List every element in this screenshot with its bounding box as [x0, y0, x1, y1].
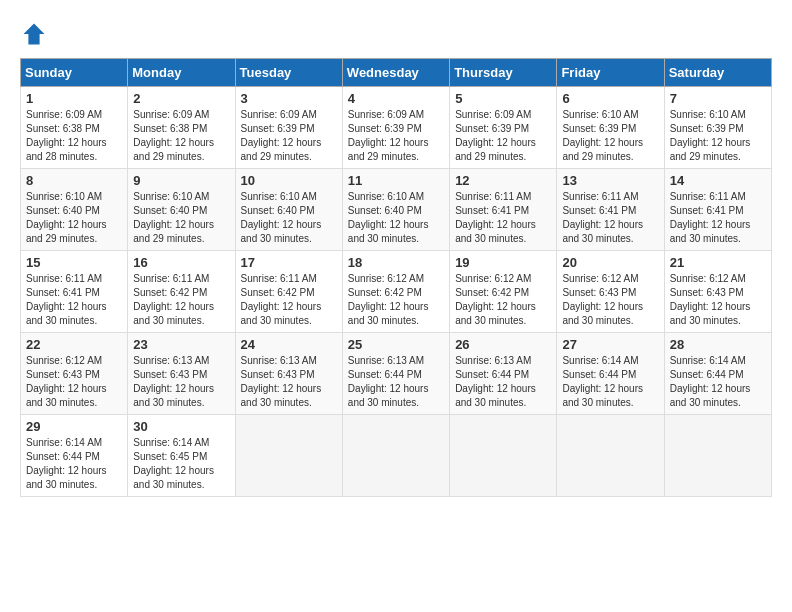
cell-info: Sunrise: 6:13 AMSunset: 6:44 PMDaylight:…: [455, 354, 551, 410]
cell-info: Sunrise: 6:10 AMSunset: 6:40 PMDaylight:…: [348, 190, 444, 246]
day-number: 22: [26, 337, 122, 352]
cell-info: Sunrise: 6:09 AMSunset: 6:39 PMDaylight:…: [241, 108, 337, 164]
day-of-week-header: Thursday: [450, 59, 557, 87]
cell-info: Sunrise: 6:11 AMSunset: 6:41 PMDaylight:…: [670, 190, 766, 246]
calendar-cell: 28Sunrise: 6:14 AMSunset: 6:44 PMDayligh…: [664, 333, 771, 415]
calendar-cell: 18Sunrise: 6:12 AMSunset: 6:42 PMDayligh…: [342, 251, 449, 333]
calendar-week-row: 1Sunrise: 6:09 AMSunset: 6:38 PMDaylight…: [21, 87, 772, 169]
calendar-cell: 6Sunrise: 6:10 AMSunset: 6:39 PMDaylight…: [557, 87, 664, 169]
day-number: 6: [562, 91, 658, 106]
calendar-cell: 1Sunrise: 6:09 AMSunset: 6:38 PMDaylight…: [21, 87, 128, 169]
calendar-cell: 10Sunrise: 6:10 AMSunset: 6:40 PMDayligh…: [235, 169, 342, 251]
day-number: 24: [241, 337, 337, 352]
day-number: 4: [348, 91, 444, 106]
day-number: 3: [241, 91, 337, 106]
day-of-week-header: Saturday: [664, 59, 771, 87]
cell-info: Sunrise: 6:14 AMSunset: 6:45 PMDaylight:…: [133, 436, 229, 492]
cell-info: Sunrise: 6:10 AMSunset: 6:40 PMDaylight:…: [26, 190, 122, 246]
calendar-cell: 23Sunrise: 6:13 AMSunset: 6:43 PMDayligh…: [128, 333, 235, 415]
day-number: 10: [241, 173, 337, 188]
calendar-cell: [557, 415, 664, 497]
day-number: 26: [455, 337, 551, 352]
calendar-cell: [235, 415, 342, 497]
cell-info: Sunrise: 6:13 AMSunset: 6:43 PMDaylight:…: [241, 354, 337, 410]
day-number: 12: [455, 173, 551, 188]
day-number: 27: [562, 337, 658, 352]
day-number: 17: [241, 255, 337, 270]
day-number: 1: [26, 91, 122, 106]
cell-info: Sunrise: 6:09 AMSunset: 6:39 PMDaylight:…: [455, 108, 551, 164]
day-number: 21: [670, 255, 766, 270]
calendar-cell: 24Sunrise: 6:13 AMSunset: 6:43 PMDayligh…: [235, 333, 342, 415]
day-number: 20: [562, 255, 658, 270]
cell-info: Sunrise: 6:11 AMSunset: 6:41 PMDaylight:…: [455, 190, 551, 246]
page-header: [20, 20, 772, 48]
calendar-week-row: 22Sunrise: 6:12 AMSunset: 6:43 PMDayligh…: [21, 333, 772, 415]
cell-info: Sunrise: 6:11 AMSunset: 6:42 PMDaylight:…: [133, 272, 229, 328]
day-number: 16: [133, 255, 229, 270]
day-number: 8: [26, 173, 122, 188]
calendar-cell: 15Sunrise: 6:11 AMSunset: 6:41 PMDayligh…: [21, 251, 128, 333]
cell-info: Sunrise: 6:12 AMSunset: 6:42 PMDaylight:…: [455, 272, 551, 328]
day-number: 29: [26, 419, 122, 434]
cell-info: Sunrise: 6:09 AMSunset: 6:39 PMDaylight:…: [348, 108, 444, 164]
day-of-week-header: Wednesday: [342, 59, 449, 87]
day-of-week-header: Monday: [128, 59, 235, 87]
calendar-cell: 5Sunrise: 6:09 AMSunset: 6:39 PMDaylight…: [450, 87, 557, 169]
calendar-cell: 19Sunrise: 6:12 AMSunset: 6:42 PMDayligh…: [450, 251, 557, 333]
calendar-cell: 27Sunrise: 6:14 AMSunset: 6:44 PMDayligh…: [557, 333, 664, 415]
day-of-week-header: Sunday: [21, 59, 128, 87]
day-number: 23: [133, 337, 229, 352]
calendar-cell: 22Sunrise: 6:12 AMSunset: 6:43 PMDayligh…: [21, 333, 128, 415]
calendar-cell: 21Sunrise: 6:12 AMSunset: 6:43 PMDayligh…: [664, 251, 771, 333]
calendar-table: SundayMondayTuesdayWednesdayThursdayFrid…: [20, 58, 772, 497]
calendar-cell: 4Sunrise: 6:09 AMSunset: 6:39 PMDaylight…: [342, 87, 449, 169]
calendar-cell: [664, 415, 771, 497]
calendar-cell: 20Sunrise: 6:12 AMSunset: 6:43 PMDayligh…: [557, 251, 664, 333]
day-number: 9: [133, 173, 229, 188]
calendar-cell: [342, 415, 449, 497]
calendar-cell: [450, 415, 557, 497]
calendar-cell: 3Sunrise: 6:09 AMSunset: 6:39 PMDaylight…: [235, 87, 342, 169]
cell-info: Sunrise: 6:09 AMSunset: 6:38 PMDaylight:…: [133, 108, 229, 164]
calendar-header-row: SundayMondayTuesdayWednesdayThursdayFrid…: [21, 59, 772, 87]
calendar-week-row: 8Sunrise: 6:10 AMSunset: 6:40 PMDaylight…: [21, 169, 772, 251]
calendar-week-row: 15Sunrise: 6:11 AMSunset: 6:41 PMDayligh…: [21, 251, 772, 333]
calendar-cell: 17Sunrise: 6:11 AMSunset: 6:42 PMDayligh…: [235, 251, 342, 333]
cell-info: Sunrise: 6:12 AMSunset: 6:43 PMDaylight:…: [670, 272, 766, 328]
calendar-cell: 16Sunrise: 6:11 AMSunset: 6:42 PMDayligh…: [128, 251, 235, 333]
cell-info: Sunrise: 6:09 AMSunset: 6:38 PMDaylight:…: [26, 108, 122, 164]
calendar-cell: 26Sunrise: 6:13 AMSunset: 6:44 PMDayligh…: [450, 333, 557, 415]
day-number: 11: [348, 173, 444, 188]
svg-marker-0: [24, 24, 45, 45]
cell-info: Sunrise: 6:12 AMSunset: 6:42 PMDaylight:…: [348, 272, 444, 328]
calendar-cell: 29Sunrise: 6:14 AMSunset: 6:44 PMDayligh…: [21, 415, 128, 497]
logo-icon: [20, 20, 48, 48]
cell-info: Sunrise: 6:11 AMSunset: 6:42 PMDaylight:…: [241, 272, 337, 328]
calendar-cell: 30Sunrise: 6:14 AMSunset: 6:45 PMDayligh…: [128, 415, 235, 497]
cell-info: Sunrise: 6:10 AMSunset: 6:39 PMDaylight:…: [670, 108, 766, 164]
cell-info: Sunrise: 6:11 AMSunset: 6:41 PMDaylight:…: [26, 272, 122, 328]
cell-info: Sunrise: 6:14 AMSunset: 6:44 PMDaylight:…: [670, 354, 766, 410]
day-number: 2: [133, 91, 229, 106]
day-of-week-header: Friday: [557, 59, 664, 87]
day-number: 19: [455, 255, 551, 270]
day-number: 14: [670, 173, 766, 188]
day-number: 18: [348, 255, 444, 270]
logo: [20, 20, 52, 48]
cell-info: Sunrise: 6:11 AMSunset: 6:41 PMDaylight:…: [562, 190, 658, 246]
day-number: 13: [562, 173, 658, 188]
calendar-cell: 13Sunrise: 6:11 AMSunset: 6:41 PMDayligh…: [557, 169, 664, 251]
cell-info: Sunrise: 6:13 AMSunset: 6:44 PMDaylight:…: [348, 354, 444, 410]
calendar-cell: 8Sunrise: 6:10 AMSunset: 6:40 PMDaylight…: [21, 169, 128, 251]
cell-info: Sunrise: 6:10 AMSunset: 6:40 PMDaylight:…: [241, 190, 337, 246]
day-number: 28: [670, 337, 766, 352]
calendar-cell: 12Sunrise: 6:11 AMSunset: 6:41 PMDayligh…: [450, 169, 557, 251]
calendar-cell: 9Sunrise: 6:10 AMSunset: 6:40 PMDaylight…: [128, 169, 235, 251]
cell-info: Sunrise: 6:13 AMSunset: 6:43 PMDaylight:…: [133, 354, 229, 410]
calendar-cell: 25Sunrise: 6:13 AMSunset: 6:44 PMDayligh…: [342, 333, 449, 415]
day-number: 7: [670, 91, 766, 106]
calendar-week-row: 29Sunrise: 6:14 AMSunset: 6:44 PMDayligh…: [21, 415, 772, 497]
cell-info: Sunrise: 6:10 AMSunset: 6:40 PMDaylight:…: [133, 190, 229, 246]
calendar-cell: 7Sunrise: 6:10 AMSunset: 6:39 PMDaylight…: [664, 87, 771, 169]
